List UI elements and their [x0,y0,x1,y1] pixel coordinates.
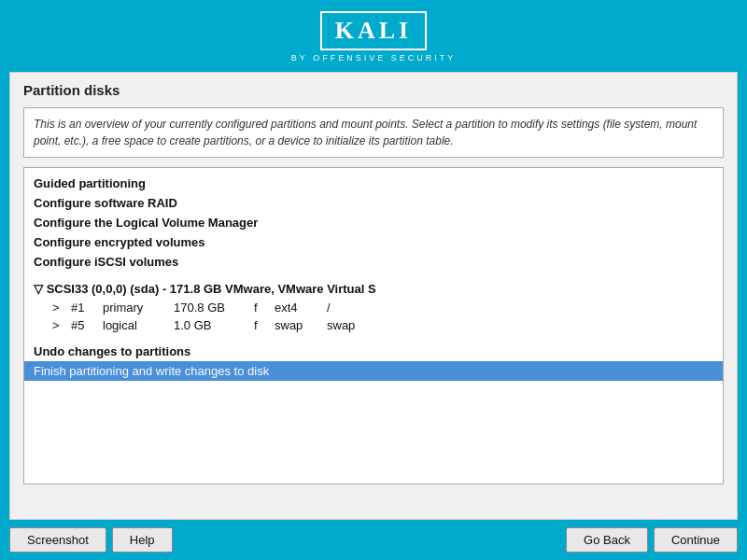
disk-arrow-icon: ▽ [34,282,47,296]
partition-row-5[interactable]: > #5 logical 1.0 GB f swap swap [24,316,723,334]
footer: Screenshot Help Go Back Continue [0,520,747,560]
partition-type-1: primary [103,301,168,315]
partition-num-1: #1 [71,301,97,315]
list-item-raid[interactable]: Configure software RAID [24,193,723,213]
screenshot-button[interactable]: Screenshot [9,527,106,553]
partition-flag-5: f [254,318,269,332]
partition-list: Guided partitioning Configure software R… [23,167,724,484]
partition-fs-5: swap [275,318,321,332]
partition-flag-1: f [254,301,269,315]
header: KALI BY OFFENSIVE SECURITY [0,0,747,72]
list-item-undo[interactable]: Undo changes to partitions [24,342,723,361]
partition-mount-5: swap [327,318,374,332]
spacer-2 [24,334,723,342]
partition-arrow-1: > [52,301,65,315]
kali-logo-sub: BY OFFENSIVE SECURITY [291,53,456,63]
partition-mount-1: / [327,301,374,315]
partition-type-5: logical [103,318,168,332]
list-item-iscsi[interactable]: Configure iSCSI volumes [24,252,723,272]
list-item-lvm[interactable]: Configure the Logical Volume Manager [24,213,723,232]
page-title: Partition disks [23,82,724,98]
partition-arrow-5: > [52,318,65,332]
go-back-button[interactable]: Go Back [566,527,648,553]
list-item-encrypted[interactable]: Configure encrypted volumes [24,232,723,252]
main-content: Partition disks This is an overview of y… [9,72,738,520]
spacer-1 [24,272,723,279]
list-item-finish[interactable]: Finish partitioning and write changes to… [24,361,723,381]
partition-row-1[interactable]: > #1 primary 170.8 GB f ext4 / [24,299,723,316]
footer-left: Screenshot Help [9,527,173,553]
list-item-guided[interactable]: Guided partitioning [24,174,723,193]
description-box: This is an overview of your currently co… [23,107,724,158]
partition-size-1: 170.8 GB [174,301,248,315]
partition-size-5: 1.0 GB [174,318,248,332]
disk-label: SCSI33 (0,0,0) (sda) - 171.8 GB VMware, … [47,282,376,296]
help-button[interactable]: Help [112,527,173,553]
footer-right: Go Back Continue [566,527,738,553]
kali-logo: KALI BY OFFENSIVE SECURITY [291,11,456,63]
partition-fs-1: ext4 [275,301,321,315]
kali-logo-text: KALI [320,11,427,50]
disk-header[interactable]: ▽ SCSI33 (0,0,0) (sda) - 171.8 GB VMware… [24,279,723,299]
continue-button[interactable]: Continue [654,527,738,553]
partition-num-5: #5 [71,318,97,332]
